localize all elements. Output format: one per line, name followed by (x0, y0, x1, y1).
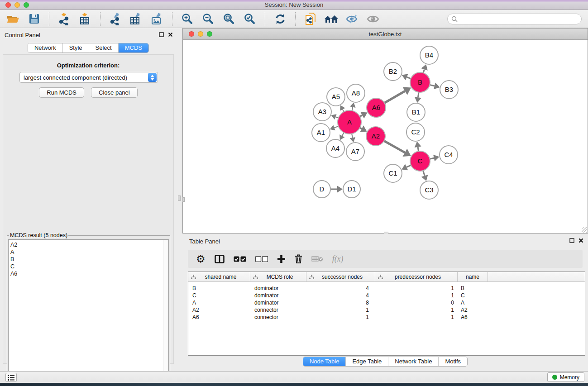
zoom-in-button[interactable] (179, 11, 196, 27)
bird-view-button[interactable] (364, 11, 382, 27)
table-cell[interactable]: A2 (458, 306, 488, 314)
mcds-result-item[interactable]: A (10, 248, 168, 256)
table-row[interactable]: A2connector11A2 (188, 306, 585, 314)
create-column-button[interactable] (277, 252, 286, 266)
column-header-successor-nodes[interactable]: successor nodes (306, 272, 375, 281)
graph-node-A3[interactable]: A3 (313, 103, 331, 121)
table-cell[interactable]: A (188, 299, 250, 306)
resize-handle[interactable] (582, 227, 587, 233)
table-cell[interactable]: connector (250, 314, 306, 321)
search-box[interactable] (447, 14, 582, 24)
mcds-result-item[interactable]: B (10, 256, 168, 263)
column-header-predecessor-nodes[interactable]: predecessor nodes (375, 272, 458, 281)
close-panel-icon[interactable] (578, 238, 583, 243)
graph-node-C3[interactable]: C3 (420, 181, 438, 199)
mcds-result-list[interactable]: A2ABCA6 (8, 239, 169, 386)
minimize-network-button[interactable] (198, 31, 203, 37)
memory-button[interactable]: Memory (547, 372, 584, 382)
tab-network-table[interactable]: Network Table (388, 357, 439, 366)
graph-node-C1[interactable]: C1 (384, 164, 402, 182)
graph-node-C2[interactable]: C2 (406, 123, 425, 141)
table-options-button[interactable]: ⚙ (196, 252, 206, 266)
graph-node-A8[interactable]: A8 (347, 84, 365, 102)
table-cell[interactable]: A6 (188, 314, 250, 321)
run-mcds-button[interactable]: Run MCDS (39, 87, 84, 98)
close-window-button[interactable] (5, 2, 11, 8)
export-image-button[interactable] (148, 11, 166, 27)
open-session-button[interactable] (5, 11, 22, 27)
task-history-button[interactable] (5, 373, 17, 382)
column-header-name[interactable]: name (458, 272, 488, 281)
tab-network[interactable]: Network (28, 43, 63, 52)
table-cell[interactable]: dominator (250, 299, 306, 306)
table-row[interactable]: Bdominator41B (188, 285, 585, 292)
mcds-result-item[interactable]: A6 (10, 270, 168, 277)
graph-node-A5[interactable]: A5 (327, 88, 345, 106)
export-network-button[interactable] (107, 11, 124, 27)
table-cell[interactable]: A2 (188, 306, 250, 314)
column-header-mcds-role[interactable]: MCDS role (250, 272, 306, 281)
search-input[interactable] (458, 16, 578, 22)
graph-node-C[interactable]: C (410, 151, 430, 171)
graph-node-A1[interactable]: A1 (312, 124, 330, 142)
delete-column-button[interactable] (295, 252, 302, 266)
table-cell[interactable]: C (188, 292, 250, 299)
table-cell[interactable]: 1 (375, 285, 458, 292)
graph-node-A7[interactable]: A7 (346, 143, 364, 161)
graph-edge-A6-B[interactable] (384, 91, 405, 103)
graph-node-C4[interactable]: C4 (440, 146, 458, 164)
graph-node-A4[interactable]: A4 (326, 139, 344, 157)
table-cell[interactable]: 4 (306, 285, 375, 292)
import-table-button[interactable] (76, 11, 94, 27)
show-all-networks-button[interactable] (323, 11, 340, 27)
import-network-button[interactable] (56, 11, 73, 27)
select-all-columns-button[interactable] (234, 252, 246, 266)
table-cell[interactable]: B (458, 285, 488, 292)
table-cell[interactable]: C (458, 292, 488, 299)
export-table-button[interactable] (128, 11, 145, 27)
table-cell[interactable]: 8 (306, 299, 375, 306)
tab-node-table[interactable]: Node Table (303, 357, 346, 366)
table-cell[interactable]: 1 (375, 292, 458, 299)
graph-edge-A2-C[interactable] (383, 141, 405, 152)
table-cell[interactable]: connector (250, 306, 306, 314)
unselect-all-columns-button[interactable] (255, 252, 268, 266)
table-row[interactable]: Adominator80A (188, 299, 585, 306)
splitter-grip[interactable] (178, 195, 181, 201)
graph-node-A2[interactable]: A2 (366, 127, 385, 146)
float-panel-icon[interactable] (159, 32, 164, 37)
table-row[interactable]: A6connector11A6 (188, 314, 585, 321)
criterion-select[interactable]: largest connected component (directed) (19, 72, 158, 83)
delete-table-button[interactable] (311, 252, 323, 266)
tab-edge-table[interactable]: Edge Table (346, 357, 388, 366)
graph-node-A[interactable]: A (338, 110, 361, 134)
graph-node-D1[interactable]: D1 (343, 181, 360, 198)
tab-mcds[interactable]: MCDS (119, 43, 148, 52)
table-row[interactable]: Cdominator41C (188, 292, 585, 299)
table-cell[interactable]: B (188, 285, 250, 292)
close-panel-button[interactable]: Close panel (91, 87, 138, 98)
zoom-window-button[interactable] (24, 2, 29, 8)
graph-node-A6[interactable]: A6 (367, 98, 386, 117)
zoom-fit-button[interactable] (220, 11, 238, 27)
window-edge-grip[interactable] (182, 197, 185, 202)
table-cell[interactable]: A (458, 299, 488, 306)
table-cell[interactable]: A6 (458, 314, 488, 321)
table-cell[interactable]: 1 (375, 306, 458, 314)
clone-network-button[interactable] (302, 11, 319, 27)
zoom-selected-button[interactable] (241, 11, 258, 27)
graph-node-B1[interactable]: B1 (407, 103, 425, 121)
zoom-out-button[interactable] (200, 11, 217, 27)
minimize-window-button[interactable] (14, 2, 20, 8)
tab-select[interactable]: Select (89, 43, 119, 52)
table-cell[interactable]: dominator (250, 292, 306, 299)
table-cell[interactable]: 1 (306, 306, 375, 314)
refresh-button[interactable] (272, 11, 289, 27)
table-cell[interactable]: dominator (250, 285, 306, 292)
tab-motifs[interactable]: Motifs (439, 357, 467, 366)
float-panel-icon[interactable] (569, 238, 574, 243)
table-cell[interactable]: 0 (375, 299, 458, 306)
graph-node-B3[interactable]: B3 (440, 81, 458, 99)
network-window-titlebar[interactable]: testGlobe.txt (183, 29, 588, 40)
graph-node-B4[interactable]: B4 (420, 46, 438, 64)
